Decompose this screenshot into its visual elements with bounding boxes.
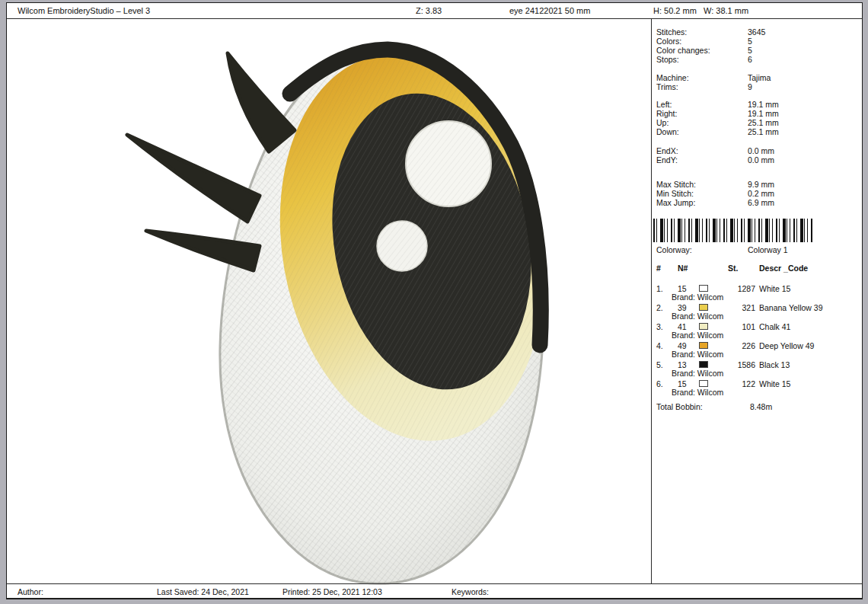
colorway-label: Colorway:	[656, 246, 692, 254]
stat-label: Stitches:	[656, 28, 687, 37]
stat-label: Max Jump:	[656, 199, 695, 207]
stat-label: EndX:	[656, 147, 678, 155]
header-bar: Wilcom EmbroideryStudio – Level 3 Z: 3.8…	[7, 3, 862, 19]
total-bobbin-label: Total Bobbin:	[656, 403, 703, 411]
thread-desc: Chalk 41	[759, 323, 790, 331]
stat-value: 25.1 mm	[748, 119, 779, 127]
col-st: St.	[728, 264, 738, 273]
stat-label: EndY:	[656, 156, 678, 165]
thread-num: 2.	[656, 304, 663, 312]
thread-brand: Brand: Wilcom	[672, 312, 862, 321]
thread-swatch	[699, 342, 708, 349]
col-num: #	[656, 264, 661, 273]
stat-value: Tajima	[748, 74, 771, 82]
stat-label: Colors:	[656, 37, 681, 46]
thread-num: 1.	[656, 285, 663, 293]
stat-value: 5	[748, 37, 752, 46]
stat-value: 5	[748, 46, 752, 55]
thread-desc: Black 13	[759, 361, 790, 369]
keywords-label: Keywords:	[452, 587, 489, 596]
thread-swatch	[699, 361, 708, 368]
stat-value: 0.0 mm	[748, 156, 774, 165]
stat-label: Color changes:	[656, 46, 710, 55]
stat-value: 9.9 mm	[748, 181, 774, 189]
stat-value: 19.1 mm	[748, 110, 779, 118]
stat-value: 6	[748, 56, 752, 64]
design-height: H: 50.2 mm	[653, 6, 697, 15]
stat-max-jump: Max Jump:6.9 mm	[652, 199, 862, 208]
eyelash-top	[228, 53, 295, 152]
stat-value: 25.1 mm	[748, 128, 779, 136]
total-bobbin-row: Total Bobbin: 8.48m	[652, 403, 862, 412]
zoom-level: Z: 3.83	[416, 6, 442, 15]
last-saved-text: Last Saved: 24 Dec, 2021	[157, 587, 249, 596]
eyelash-middle	[127, 135, 260, 222]
stat-value: 0.2 mm	[748, 190, 774, 198]
thread-brand: Brand: Wilcom	[672, 293, 862, 302]
stat-machine: Machine:Tajima	[652, 74, 862, 83]
printed-text: Printed: 25 Dec, 2021 12:03	[282, 587, 382, 596]
thread-desc: Deep Yellow 49	[759, 342, 814, 350]
stat-label: Trims:	[656, 83, 678, 91]
eye-highlight-large	[406, 121, 491, 206]
thread-swatch	[699, 304, 708, 311]
colorway-value: Colorway 1	[748, 246, 788, 254]
stat-trims: Trims:9	[652, 83, 862, 92]
thread-num: 3.	[656, 323, 663, 331]
col-n: N#	[678, 264, 688, 273]
stat-color-changes: Color changes:5	[652, 46, 862, 56]
stat-label: Max Stitch:	[656, 181, 696, 189]
stat-label: Stops:	[656, 56, 679, 64]
embroidered-eye-design	[7, 19, 651, 585]
thread-num: 4.	[656, 342, 663, 350]
stat-down: Down:25.1 mm	[652, 128, 862, 137]
stat-label: Min Stitch:	[656, 190, 694, 198]
stat-value: 0.0 mm	[748, 147, 774, 155]
design-canvas[interactable]	[7, 19, 651, 585]
stat-value: 19.1 mm	[748, 101, 779, 109]
thread-swatch	[699, 285, 708, 292]
design-info-panel: Stitches:3645 Colors:5 Color changes:5 S…	[651, 19, 862, 583]
author-label: Author:	[18, 587, 43, 596]
thread-desc: White 15	[759, 285, 790, 293]
design-width: W: 38.1 mm	[704, 6, 748, 15]
thread-desc: Banana Yellow 39	[759, 304, 823, 312]
stat-endy: EndY:0.0 mm	[652, 156, 862, 165]
design-barcode	[653, 219, 813, 242]
thread-swatch	[699, 323, 708, 330]
stat-stitches: Stitches:3645	[652, 28, 862, 37]
thread-brand: Brand: Wilcom	[672, 350, 862, 360]
thread-num: 6.	[656, 380, 663, 388]
design-name: eye 24122021 50 mm	[509, 6, 590, 15]
col-desc: Descr _Code	[759, 264, 808, 273]
stat-value: 6.9 mm	[748, 199, 774, 207]
thread-desc: White 15	[759, 380, 790, 388]
stat-label: Right:	[656, 110, 677, 118]
stat-label: Down:	[656, 128, 679, 136]
stat-label: Machine:	[656, 74, 689, 82]
colorway-row: Colorway: Colorway 1	[652, 246, 862, 255]
stat-label: Left:	[656, 101, 672, 109]
thread-num: 5.	[656, 361, 663, 369]
stat-value: 3645	[748, 28, 765, 37]
thread-swatch	[699, 380, 708, 387]
thread-brand: Brand: Wilcom	[672, 388, 862, 398]
app-title: Wilcom EmbroideryStudio – Level 3	[18, 6, 150, 15]
footer-bar: Author: Last Saved: 24 Dec, 2021 Printed…	[7, 583, 862, 598]
thread-brand: Brand: Wilcom	[672, 369, 862, 379]
eye-highlight-small	[377, 221, 427, 271]
stat-value: 9	[748, 83, 752, 91]
stat-label: Up:	[656, 119, 669, 127]
stat-stops: Stops:6	[652, 56, 862, 65]
total-bobbin-value: 8.48m	[750, 403, 772, 411]
thread-brand: Brand: Wilcom	[672, 331, 862, 340]
print-preview-page: Wilcom EmbroideryStudio – Level 3 Z: 3.8…	[6, 2, 863, 599]
